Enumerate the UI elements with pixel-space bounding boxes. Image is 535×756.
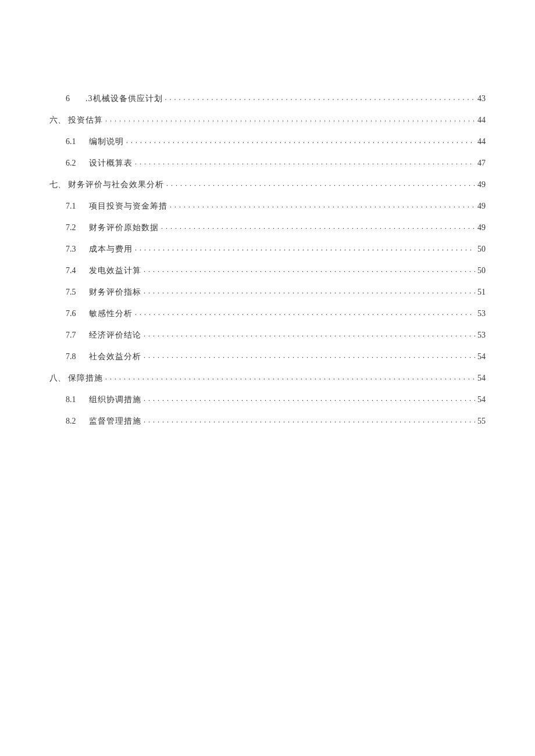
toc-entry-title: 组织协调措施	[89, 396, 141, 404]
toc-leader-dots	[144, 351, 475, 359]
toc-entry-title: 财务评价原始数据	[89, 224, 159, 232]
toc-entry-title: 保障措施	[68, 374, 103, 382]
toc-entry-title: 社会效益分析	[89, 353, 141, 361]
toc-entry-number: 八、	[49, 374, 66, 382]
toc-leader-dots	[144, 286, 475, 295]
toc-entry-number: 六、	[49, 116, 66, 124]
toc-entry-page: 54	[477, 353, 486, 361]
toc-entry: 七、财务评价与社会效果分析49	[49, 179, 486, 189]
toc-leader-dots	[144, 265, 475, 273]
toc-entry-number: 七、	[49, 181, 66, 189]
toc-entry: 7.2财务评价原始数据49	[49, 222, 486, 232]
toc-entry: 7.5财务评价指标51	[49, 286, 486, 296]
toc-leader-dots	[144, 329, 475, 338]
toc-entry: 6.2设计概算表47	[49, 157, 486, 167]
toc-entry-title: 发电效益计算	[89, 267, 141, 275]
toc-entry: 6.3机械设备供应计划43	[49, 93, 486, 103]
toc-entry-page: 49	[477, 224, 486, 232]
toc-entry-title: 项目投资与资金筹措	[89, 202, 167, 210]
toc-entry-number: 7.6	[66, 310, 83, 318]
toc-page: 6.3机械设备供应计划43六、投资估算446.1编制说明446.2设计概算表47…	[0, 0, 535, 425]
toc-entry-page: 49	[477, 202, 486, 210]
toc-leader-dots	[144, 394, 475, 402]
toc-entry-page: 54	[477, 374, 486, 382]
toc-entry: 8.1组织协调措施54	[49, 394, 486, 404]
toc-entry-number: 6.2	[66, 159, 83, 167]
toc-entry-page: 55	[477, 417, 486, 425]
toc-entry: 7.4发电效益计算50	[49, 265, 486, 275]
toc-leader-dots	[166, 179, 475, 187]
toc-leader-dots	[135, 157, 475, 166]
toc-entry-number: 7.7	[66, 331, 83, 339]
toc-entry-title: 成本与费用	[89, 245, 133, 253]
toc-leader-dots	[105, 372, 475, 381]
toc-entry-page: 53	[477, 331, 486, 339]
toc-leader-dots	[144, 415, 475, 424]
toc-leader-dots	[105, 114, 475, 123]
toc-entry-page: 50	[477, 267, 486, 275]
toc-entry-number: 6.1	[66, 138, 83, 146]
toc-leader-dots	[126, 136, 475, 144]
toc-entry: 7.7经济评价结论53	[49, 329, 486, 339]
toc-leader-dots	[135, 243, 475, 252]
toc-entry-title: .3机械设备供应计划	[85, 95, 163, 103]
toc-entry-page: 47	[477, 159, 486, 167]
toc-entry-title: 经济评价结论	[89, 331, 141, 339]
toc-entry-number: 7.3	[66, 245, 83, 253]
toc-entry-title: 财务评价指标	[89, 288, 141, 296]
toc-leader-dots	[165, 93, 476, 101]
toc-entry-number: 7.4	[66, 267, 83, 275]
toc-entry: 8.2监督管理措施55	[49, 415, 486, 425]
toc-entry-number: 7.2	[66, 224, 83, 232]
toc-entry: 7.1项目投资与资金筹措49	[49, 200, 486, 210]
toc-entry-page: 44	[477, 138, 486, 146]
toc-entry-page: 51	[477, 288, 486, 296]
toc-entry-number: 6	[66, 95, 83, 103]
toc-entry: 六、投资估算44	[49, 114, 486, 124]
toc-entry-number: 7.1	[66, 202, 83, 210]
toc-entry-page: 50	[477, 245, 486, 253]
toc-entry: 八、保障措施54	[49, 372, 486, 382]
toc-entry: 7.6敏感性分析53	[49, 308, 486, 318]
toc-entry-title: 财务评价与社会效果分析	[68, 181, 164, 189]
toc-entry-number: 8.2	[66, 417, 83, 425]
toc-entry-page: 54	[477, 396, 486, 404]
toc-entry-number: 7.5	[66, 288, 83, 296]
toc-entry-page: 44	[477, 116, 486, 124]
toc-entry: 7.8社会效益分析54	[49, 351, 486, 361]
toc-entry-page: 53	[477, 310, 486, 318]
toc-entry-page: 49	[477, 181, 486, 189]
toc-leader-dots	[161, 222, 475, 230]
toc-entry-title: 编制说明	[89, 138, 124, 146]
toc-entry-title: 投资估算	[68, 116, 103, 124]
toc-entry-title: 设计概算表	[89, 159, 133, 167]
toc-entry: 6.1编制说明44	[49, 136, 486, 146]
toc-entry-number: 8.1	[66, 396, 83, 404]
toc-entry-number: 7.8	[66, 353, 83, 361]
toc-leader-dots	[135, 308, 475, 316]
toc-leader-dots	[170, 200, 475, 209]
toc-entry-page: 43	[477, 95, 486, 103]
toc-entry: 7.3成本与费用50	[49, 243, 486, 253]
toc-entry-title: 敏感性分析	[89, 310, 133, 318]
toc-entry-title: 监督管理措施	[89, 417, 141, 425]
